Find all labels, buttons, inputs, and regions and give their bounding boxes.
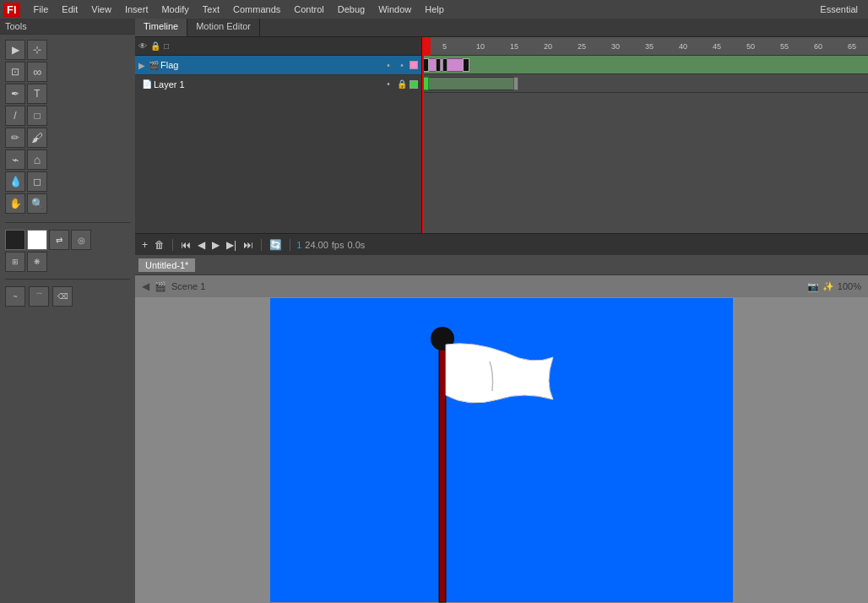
tool-pencil[interactable]: ✏ bbox=[5, 128, 25, 148]
sep3 bbox=[290, 239, 290, 251]
layer-panel: 👁 🔒 □ ▶ 🎬 Flag • • bbox=[135, 37, 422, 233]
stage-area: Untitled-1* ◀ 🎬 Scene 1 📷 ✨ 100% bbox=[135, 255, 868, 603]
delete-layer-button[interactable]: 🗑 bbox=[153, 239, 166, 251]
ruler-30: 30 bbox=[611, 42, 620, 51]
timeline-controls: + 🗑 ⏮ ◀ ▶ ▶| ⏭ 🔄 1 24.00 fps 0.0s bbox=[135, 233, 868, 255]
layer-row-layer1[interactable]: 📄 Layer 1 • 🔒 bbox=[135, 74, 421, 93]
fps-label: fps bbox=[332, 240, 344, 250]
tools-panel: Tools ▶ ⊹ ⊡ ∞ ✒ T / □ ✏ 🖌 ⌁ ⌂ 💧 ◻ ✋ 🔍 bbox=[0, 19, 135, 603]
frames-area[interactable]: 5 10 15 20 25 30 35 40 45 50 55 60 65 70 bbox=[422, 37, 868, 233]
outline-icon[interactable]: □ bbox=[164, 41, 169, 51]
tool-bone[interactable]: ⌁ bbox=[5, 149, 25, 170]
menu-help[interactable]: Help bbox=[418, 0, 451, 19]
tools-divider2 bbox=[5, 279, 130, 280]
layer1-icon: 📄 bbox=[142, 79, 152, 89]
tool-paint-bucket[interactable]: ⌂ bbox=[27, 149, 47, 170]
tools-header: Tools bbox=[0, 19, 135, 35]
menu-insert[interactable]: Insert bbox=[118, 0, 155, 19]
ruler-20: 20 bbox=[544, 42, 552, 51]
layer-visibility-flag[interactable]: • bbox=[382, 59, 394, 71]
menu-edit[interactable]: Edit bbox=[55, 0, 84, 19]
tool-hand[interactable]: ✋ bbox=[5, 193, 25, 214]
tool-reset-colors[interactable]: ◎ bbox=[71, 230, 91, 250]
tool-pen[interactable]: ✒ bbox=[5, 84, 25, 104]
tool-select[interactable]: ▶ bbox=[5, 40, 25, 60]
stage-tabs: Untitled-1* bbox=[135, 255, 868, 275]
frame-row-flag bbox=[422, 56, 868, 74]
fl-logo: Fl bbox=[3, 3, 20, 17]
menu-modify[interactable]: Modify bbox=[155, 0, 195, 19]
keyframe-end bbox=[463, 58, 469, 72]
ruler-15: 15 bbox=[510, 42, 518, 51]
fast-forward-button[interactable]: ⏭ bbox=[241, 239, 255, 251]
sep2 bbox=[261, 239, 262, 251]
right-panel: Timeline Motion Editor 👁 🔒 □ ▶ 🎬 bbox=[135, 19, 868, 603]
ruler-65: 65 bbox=[848, 42, 856, 51]
tool-3d[interactable]: ⌫ bbox=[52, 286, 73, 307]
tab-timeline[interactable]: Timeline bbox=[135, 19, 187, 36]
menu-view[interactable]: View bbox=[84, 0, 118, 19]
tab-motion-editor[interactable]: Motion Editor bbox=[187, 19, 260, 36]
menu-control[interactable]: Control bbox=[287, 0, 330, 19]
back-icon[interactable]: ◀ bbox=[142, 280, 149, 292]
zoom-value: 100% bbox=[838, 281, 861, 291]
eye-icon[interactable]: 👁 bbox=[138, 41, 147, 51]
flag-illustration bbox=[405, 323, 591, 603]
layer-color-flag bbox=[410, 61, 418, 69]
menubar: Fl File Edit View Insert Modify Text Com… bbox=[0, 0, 868, 19]
menu-text[interactable]: Text bbox=[196, 0, 226, 19]
step-back-button[interactable]: ◀ bbox=[196, 239, 207, 251]
playhead-line-layer1 bbox=[422, 74, 424, 93]
tool-zoom[interactable]: 🔍 bbox=[27, 193, 47, 214]
frame-row-layer1 bbox=[422, 74, 868, 93]
menu-window[interactable]: Window bbox=[372, 0, 418, 19]
tool-text[interactable]: T bbox=[27, 84, 47, 104]
layer-name-layer1: Layer 1 bbox=[154, 79, 381, 90]
tools-bottom: ⇄ ◎ ⊞ ❋ bbox=[0, 226, 135, 275]
sep1 bbox=[172, 239, 173, 251]
timeline-area: Timeline Motion Editor 👁 🔒 □ ▶ 🎬 bbox=[135, 19, 868, 255]
ruler-35: 35 bbox=[645, 42, 654, 51]
frame-rows bbox=[422, 56, 868, 93]
layer-name-flag: Flag bbox=[160, 60, 381, 70]
keyframe-mid1 bbox=[436, 58, 441, 72]
tool-motion-path2[interactable]: ⌒ bbox=[29, 286, 49, 307]
tool-eraser[interactable]: ◻ bbox=[27, 171, 47, 192]
ruler: 5 10 15 20 25 30 35 40 45 50 55 60 65 70 bbox=[422, 37, 868, 56]
layer-row-flag[interactable]: ▶ 🎬 Flag • • bbox=[135, 56, 421, 74]
tool-swap-colors[interactable]: ⇄ bbox=[49, 230, 69, 250]
layer-lock-layer1[interactable]: 🔒 bbox=[396, 79, 408, 90]
loop-button[interactable]: 🔄 bbox=[268, 239, 284, 251]
ruler-40: 40 bbox=[679, 42, 687, 51]
tool-stroke-color[interactable] bbox=[5, 230, 25, 250]
canvas-area[interactable] bbox=[135, 297, 868, 603]
tool-lasso[interactable]: ∞ bbox=[27, 62, 47, 82]
main-layout: Tools ▶ ⊹ ⊡ ∞ ✒ T / □ ✏ 🖌 ⌁ ⌂ 💧 ◻ ✋ 🔍 bbox=[0, 19, 868, 603]
tool-free-transform[interactable]: ⊡ bbox=[5, 62, 25, 82]
timeline-content: 👁 🔒 □ ▶ 🎬 Flag • • bbox=[135, 37, 868, 233]
step-forward-button[interactable]: ▶| bbox=[225, 239, 238, 251]
scene-icon: 🎬 bbox=[155, 281, 166, 292]
stage-tab-untitled[interactable]: Untitled-1* bbox=[138, 258, 195, 272]
layer-color-layer1 bbox=[410, 80, 418, 89]
new-layer-button[interactable]: + bbox=[140, 239, 149, 251]
tool-snap[interactable]: ⊞ bbox=[5, 252, 25, 272]
ruler-5: 5 bbox=[442, 42, 447, 51]
tool-fill-color[interactable] bbox=[27, 230, 47, 250]
tool-rectangle[interactable]: □ bbox=[27, 106, 47, 126]
tool-deco[interactable]: ❋ bbox=[27, 252, 47, 272]
play-button[interactable]: ▶ bbox=[210, 239, 221, 251]
menu-file[interactable]: File bbox=[27, 0, 56, 19]
tool-motion-path[interactable]: ~ bbox=[5, 286, 25, 307]
menu-commands[interactable]: Commands bbox=[226, 0, 287, 19]
lock-icon[interactable]: 🔒 bbox=[150, 41, 160, 51]
tool-subselect[interactable]: ⊹ bbox=[27, 40, 47, 60]
menu-debug[interactable]: Debug bbox=[331, 0, 372, 19]
tool-brush[interactable]: 🖌 bbox=[27, 128, 47, 148]
tool-line[interactable]: / bbox=[5, 106, 25, 126]
rewind-button[interactable]: ⏮ bbox=[179, 239, 193, 251]
layer-visibility-layer1[interactable]: • bbox=[382, 79, 394, 90]
camera-icon: 📷 bbox=[807, 281, 819, 292]
tool-eyedropper[interactable]: 💧 bbox=[5, 171, 25, 192]
layer-lock-flag[interactable]: • bbox=[396, 59, 408, 71]
